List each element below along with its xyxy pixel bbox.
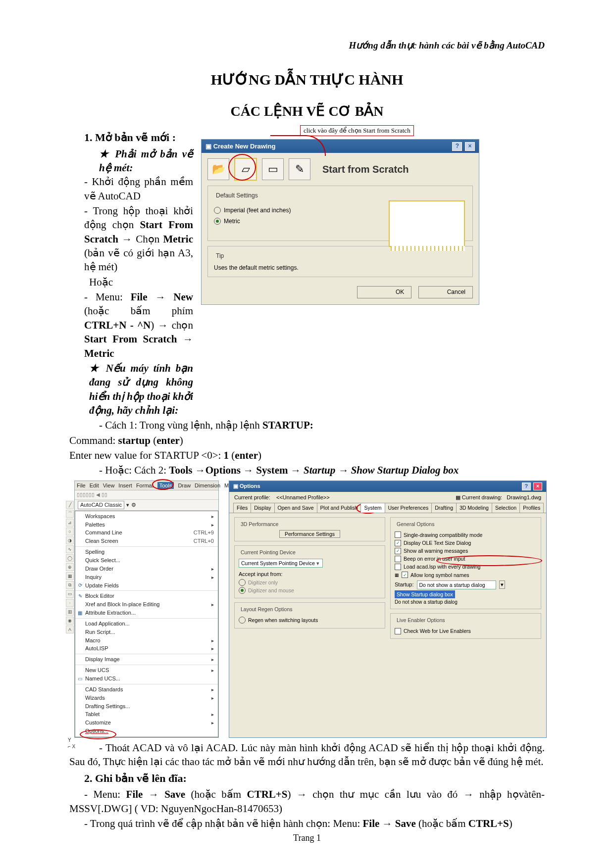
tool-icon[interactable]: ▥ xyxy=(66,608,74,616)
tab-plot-publish[interactable]: Plot and Publish xyxy=(317,503,361,512)
menu-item[interactable]: Command LineCTRL+9 xyxy=(75,529,218,537)
menu-item[interactable]: Wizards xyxy=(75,694,218,702)
menu-item[interactable]: Clean ScreenCTRL+0 xyxy=(75,537,218,545)
tab-files[interactable]: Files xyxy=(233,503,251,512)
performance-settings-button[interactable]: Performance Settings xyxy=(279,530,340,538)
menu-item[interactable]: Workspaces xyxy=(75,512,218,521)
p1f-i: Startup → Show Startup Dialog box xyxy=(304,464,459,476)
menu-view[interactable]: View xyxy=(103,482,115,489)
menu-item[interactable]: Macro xyxy=(75,636,218,645)
open-template-icon[interactable]: 📂 xyxy=(207,158,229,180)
menu-item[interactable]: Spelling xyxy=(75,548,218,556)
use-wizard-icon[interactable]: ✎ xyxy=(289,158,310,180)
p1d-mid2: ) → chọn xyxy=(151,319,193,331)
menu-item[interactable]: Draw Order xyxy=(75,565,218,573)
tip-legend: Tip xyxy=(214,252,226,260)
p1g: - Thoát ACAD và vô lại ACAD. Lúc này màn… xyxy=(69,741,545,769)
menu-draw[interactable]: Draw xyxy=(178,482,191,489)
tool-icon[interactable]: A xyxy=(66,626,74,633)
help-button[interactable]: ? xyxy=(452,142,462,151)
menu-item[interactable]: Palettes xyxy=(75,521,218,529)
tool-icon[interactable]: ⊿ xyxy=(66,519,74,527)
menu-item[interactable]: Xref and Block In-place Editing xyxy=(75,600,218,609)
menu-item-right xyxy=(211,686,214,693)
menu-item[interactable]: ⟳Update Fields xyxy=(75,581,218,590)
tool-icon[interactable]: ⧉ xyxy=(66,581,74,589)
chk-live-enablers[interactable]: Check Web for Live Enablers xyxy=(395,627,537,634)
menu-item[interactable]: Inquiry xyxy=(75,573,218,581)
menu-item[interactable]: CAD Standards xyxy=(75,685,218,694)
radio-digitizer-mouse[interactable]: Digitizer and mouse xyxy=(239,587,381,594)
menu-dimension[interactable]: Dimension xyxy=(195,482,220,489)
p2b-b1: File → Save xyxy=(362,818,415,829)
menu-item[interactable]: Customize xyxy=(75,719,218,727)
group-layout-regen: Layout Regen Options Regen when switchin… xyxy=(234,602,385,628)
tab-open-save[interactable]: Open and Save xyxy=(274,503,317,512)
tool-icon[interactable]: ○ xyxy=(66,528,74,535)
p2a-b2: CTRL+S xyxy=(247,788,288,800)
radio-digitizer-only[interactable]: Digitizer only xyxy=(239,579,381,586)
menu-edit[interactable]: Edit xyxy=(90,482,99,489)
menu-item-label: Clean Screen xyxy=(85,537,118,545)
tool-icon[interactable]: · xyxy=(66,599,74,607)
tool-icon[interactable]: ⊕ xyxy=(66,563,74,571)
chk-single-drawing[interactable]: Single-drawing compatibility mode xyxy=(395,531,537,538)
menu-insert[interactable]: Insert xyxy=(118,482,132,489)
menu-item-icon: ✎ xyxy=(77,593,83,600)
menu-item[interactable]: ✎Block Editor xyxy=(75,592,218,600)
tab-3d[interactable]: 3D Modeling xyxy=(456,503,492,512)
tool-icon[interactable]: ◑ xyxy=(66,536,74,544)
cmd2-b2: enter xyxy=(235,449,258,461)
tab-selection[interactable]: Selection xyxy=(492,503,520,512)
menu-item[interactable]: Run Script... xyxy=(75,628,218,636)
tool-icon[interactable]: ∿ xyxy=(66,545,74,553)
tool-icon[interactable]: ▭ xyxy=(66,590,74,598)
tool-icon[interactable]: ╱ xyxy=(66,501,74,509)
close-button[interactable]: × xyxy=(533,482,542,490)
workspace-dropdown-icon[interactable]: ▾ xyxy=(126,501,129,509)
workspace-selector[interactable]: AutoCAD Classic xyxy=(78,501,124,509)
tab-system[interactable]: System xyxy=(360,503,385,512)
tool-icon[interactable]: ◯ xyxy=(66,554,74,562)
tool-icon[interactable]: ◉ xyxy=(66,617,74,625)
tool-icon[interactable]: ▦ xyxy=(66,572,74,580)
menu-format[interactable]: Format xyxy=(136,482,154,489)
radio-regen-switch[interactable]: Regen when switching layouts xyxy=(239,617,381,624)
menu-file[interactable]: File xyxy=(77,482,86,489)
chk-show-warnings[interactable]: Show all warning messages xyxy=(395,547,537,554)
menu-item[interactable]: Display Image xyxy=(75,655,218,664)
tab-drafting[interactable]: Drafting xyxy=(431,503,457,512)
menu-item[interactable]: ▦Attribute Extraction... xyxy=(75,609,218,617)
startup-select[interactable]: Do not show a startup dialog xyxy=(417,580,496,589)
tool-icon[interactable]: ⌒ xyxy=(66,510,74,518)
startup-option-highlighted[interactable]: Show Startup dialog box xyxy=(395,590,455,598)
tab-profiles[interactable]: Profiles xyxy=(519,503,544,512)
drawing-label: Current drawing: xyxy=(462,494,502,500)
startup-option-2[interactable]: Do not show a startup dialog xyxy=(395,599,458,605)
ok-button[interactable]: OK xyxy=(357,286,411,298)
tab-user-pref[interactable]: User Preferences xyxy=(385,503,432,512)
menu-item[interactable]: Tablet xyxy=(75,710,218,719)
chk-ole-text[interactable]: Display OLE Text Size Dialog xyxy=(395,539,537,546)
p1b-b2: Metric xyxy=(163,233,193,245)
menu-item[interactable]: New UCS xyxy=(75,666,218,675)
menu-item[interactable]: Load Application... xyxy=(75,620,218,628)
options-dialog: ▣ Options ? × Current profile: <<Unnamed… xyxy=(229,481,547,738)
chk-long-symbol[interactable]: ▦Allow long symbol names xyxy=(395,572,537,579)
menu-item[interactable]: AutoLISP xyxy=(75,644,218,653)
menu-item-label: Inquiry xyxy=(85,574,102,581)
menu-item[interactable]: Quick Select... xyxy=(75,556,218,565)
close-button[interactable]: × xyxy=(465,142,475,151)
workspace-gear-icon[interactable]: ⚙ xyxy=(131,501,136,509)
red-oval-startup xyxy=(436,555,542,566)
pointing-device-select[interactable]: Current System Pointing Device xyxy=(239,559,323,568)
menu-item-label: Block Editor xyxy=(85,592,114,600)
use-template-icon[interactable]: ▭ xyxy=(262,158,284,180)
menu-item[interactable]: Drafting Settings... xyxy=(75,702,218,711)
tab-display[interactable]: Display xyxy=(251,503,274,512)
help-button[interactable]: ? xyxy=(522,482,531,490)
dropdown-icon[interactable]: ▾ xyxy=(499,580,505,589)
menu-item[interactable]: ▭Named UCS... xyxy=(75,675,218,683)
cancel-button[interactable]: Cancel xyxy=(418,286,473,298)
cmd2-b: 1 xyxy=(224,449,229,461)
